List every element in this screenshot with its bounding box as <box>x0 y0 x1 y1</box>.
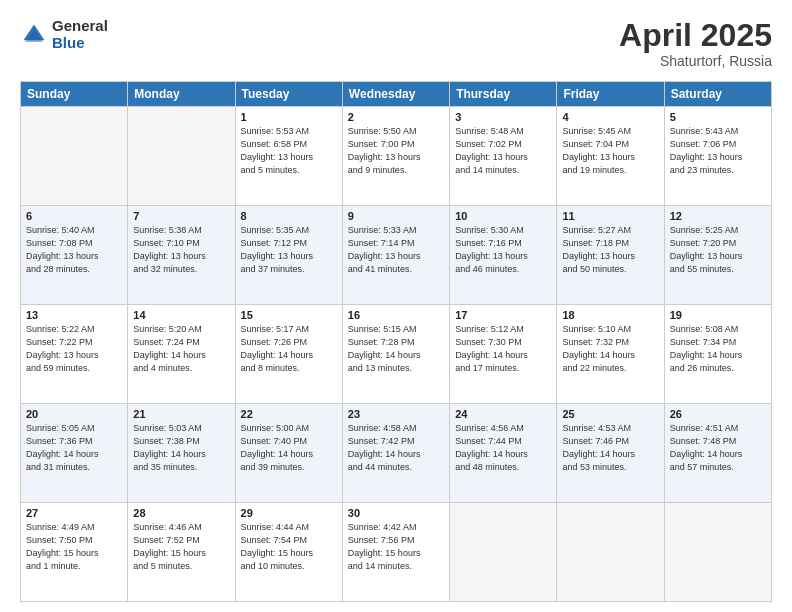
day-info: Sunrise: 4:53 AM Sunset: 7:46 PM Dayligh… <box>562 422 658 474</box>
day-info: Sunrise: 4:56 AM Sunset: 7:44 PM Dayligh… <box>455 422 551 474</box>
day-info: Sunrise: 4:44 AM Sunset: 7:54 PM Dayligh… <box>241 521 337 573</box>
calendar-cell: 4Sunrise: 5:45 AM Sunset: 7:04 PM Daylig… <box>557 107 664 206</box>
calendar-cell <box>450 503 557 602</box>
day-number: 2 <box>348 111 444 123</box>
day-info: Sunrise: 4:51 AM Sunset: 7:48 PM Dayligh… <box>670 422 766 474</box>
day-info: Sunrise: 5:22 AM Sunset: 7:22 PM Dayligh… <box>26 323 122 375</box>
calendar-cell: 25Sunrise: 4:53 AM Sunset: 7:46 PM Dayli… <box>557 404 664 503</box>
day-info: Sunrise: 4:42 AM Sunset: 7:56 PM Dayligh… <box>348 521 444 573</box>
calendar-cell: 13Sunrise: 5:22 AM Sunset: 7:22 PM Dayli… <box>21 305 128 404</box>
day-number: 15 <box>241 309 337 321</box>
calendar-cell: 2Sunrise: 5:50 AM Sunset: 7:00 PM Daylig… <box>342 107 449 206</box>
calendar-cell <box>21 107 128 206</box>
day-number: 28 <box>133 507 229 519</box>
day-info: Sunrise: 5:05 AM Sunset: 7:36 PM Dayligh… <box>26 422 122 474</box>
day-number: 23 <box>348 408 444 420</box>
day-info: Sunrise: 5:38 AM Sunset: 7:10 PM Dayligh… <box>133 224 229 276</box>
logo-icon <box>20 21 48 49</box>
day-number: 11 <box>562 210 658 222</box>
day-info: Sunrise: 5:17 AM Sunset: 7:26 PM Dayligh… <box>241 323 337 375</box>
calendar-header-row: SundayMondayTuesdayWednesdayThursdayFrid… <box>21 82 772 107</box>
day-info: Sunrise: 5:08 AM Sunset: 7:34 PM Dayligh… <box>670 323 766 375</box>
day-info: Sunrise: 5:25 AM Sunset: 7:20 PM Dayligh… <box>670 224 766 276</box>
day-number: 19 <box>670 309 766 321</box>
calendar-week-4: 20Sunrise: 5:05 AM Sunset: 7:36 PM Dayli… <box>21 404 772 503</box>
calendar-cell: 23Sunrise: 4:58 AM Sunset: 7:42 PM Dayli… <box>342 404 449 503</box>
day-number: 22 <box>241 408 337 420</box>
day-info: Sunrise: 5:20 AM Sunset: 7:24 PM Dayligh… <box>133 323 229 375</box>
day-number: 5 <box>670 111 766 123</box>
calendar-header-sunday: Sunday <box>21 82 128 107</box>
calendar-week-5: 27Sunrise: 4:49 AM Sunset: 7:50 PM Dayli… <box>21 503 772 602</box>
title-area: April 2025 Shaturtorf, Russia <box>619 18 772 69</box>
calendar-cell: 26Sunrise: 4:51 AM Sunset: 7:48 PM Dayli… <box>664 404 771 503</box>
logo: General Blue <box>20 18 108 51</box>
day-number: 24 <box>455 408 551 420</box>
day-info: Sunrise: 5:03 AM Sunset: 7:38 PM Dayligh… <box>133 422 229 474</box>
day-number: 29 <box>241 507 337 519</box>
calendar-week-2: 6Sunrise: 5:40 AM Sunset: 7:08 PM Daylig… <box>21 206 772 305</box>
calendar-cell: 18Sunrise: 5:10 AM Sunset: 7:32 PM Dayli… <box>557 305 664 404</box>
calendar-cell: 17Sunrise: 5:12 AM Sunset: 7:30 PM Dayli… <box>450 305 557 404</box>
calendar-cell: 29Sunrise: 4:44 AM Sunset: 7:54 PM Dayli… <box>235 503 342 602</box>
calendar-header-thursday: Thursday <box>450 82 557 107</box>
day-info: Sunrise: 5:53 AM Sunset: 6:58 PM Dayligh… <box>241 125 337 177</box>
day-info: Sunrise: 5:35 AM Sunset: 7:12 PM Dayligh… <box>241 224 337 276</box>
logo-blue-text: Blue <box>52 35 108 52</box>
day-info: Sunrise: 5:48 AM Sunset: 7:02 PM Dayligh… <box>455 125 551 177</box>
logo-text: General Blue <box>52 18 108 51</box>
day-number: 18 <box>562 309 658 321</box>
subtitle: Shaturtorf, Russia <box>619 53 772 69</box>
calendar-cell: 8Sunrise: 5:35 AM Sunset: 7:12 PM Daylig… <box>235 206 342 305</box>
page: General Blue April 2025 Shaturtorf, Russ… <box>0 0 792 612</box>
day-number: 17 <box>455 309 551 321</box>
calendar-cell: 28Sunrise: 4:46 AM Sunset: 7:52 PM Dayli… <box>128 503 235 602</box>
day-info: Sunrise: 4:49 AM Sunset: 7:50 PM Dayligh… <box>26 521 122 573</box>
day-info: Sunrise: 5:33 AM Sunset: 7:14 PM Dayligh… <box>348 224 444 276</box>
day-info: Sunrise: 5:40 AM Sunset: 7:08 PM Dayligh… <box>26 224 122 276</box>
calendar-cell: 1Sunrise: 5:53 AM Sunset: 6:58 PM Daylig… <box>235 107 342 206</box>
calendar-cell: 11Sunrise: 5:27 AM Sunset: 7:18 PM Dayli… <box>557 206 664 305</box>
day-info: Sunrise: 5:43 AM Sunset: 7:06 PM Dayligh… <box>670 125 766 177</box>
calendar-cell: 20Sunrise: 5:05 AM Sunset: 7:36 PM Dayli… <box>21 404 128 503</box>
calendar-week-3: 13Sunrise: 5:22 AM Sunset: 7:22 PM Dayli… <box>21 305 772 404</box>
day-info: Sunrise: 5:27 AM Sunset: 7:18 PM Dayligh… <box>562 224 658 276</box>
day-number: 9 <box>348 210 444 222</box>
calendar-cell: 5Sunrise: 5:43 AM Sunset: 7:06 PM Daylig… <box>664 107 771 206</box>
day-number: 16 <box>348 309 444 321</box>
calendar-cell: 7Sunrise: 5:38 AM Sunset: 7:10 PM Daylig… <box>128 206 235 305</box>
calendar-week-1: 1Sunrise: 5:53 AM Sunset: 6:58 PM Daylig… <box>21 107 772 206</box>
day-number: 8 <box>241 210 337 222</box>
day-number: 7 <box>133 210 229 222</box>
calendar-cell: 21Sunrise: 5:03 AM Sunset: 7:38 PM Dayli… <box>128 404 235 503</box>
logo-general-text: General <box>52 18 108 35</box>
calendar-cell <box>664 503 771 602</box>
calendar-header-friday: Friday <box>557 82 664 107</box>
calendar-cell: 27Sunrise: 4:49 AM Sunset: 7:50 PM Dayli… <box>21 503 128 602</box>
day-info: Sunrise: 4:58 AM Sunset: 7:42 PM Dayligh… <box>348 422 444 474</box>
calendar-header-wednesday: Wednesday <box>342 82 449 107</box>
day-info: Sunrise: 5:15 AM Sunset: 7:28 PM Dayligh… <box>348 323 444 375</box>
day-number: 12 <box>670 210 766 222</box>
calendar-cell: 30Sunrise: 4:42 AM Sunset: 7:56 PM Dayli… <box>342 503 449 602</box>
day-number: 27 <box>26 507 122 519</box>
calendar-cell <box>128 107 235 206</box>
day-number: 4 <box>562 111 658 123</box>
day-number: 20 <box>26 408 122 420</box>
calendar-cell: 9Sunrise: 5:33 AM Sunset: 7:14 PM Daylig… <box>342 206 449 305</box>
calendar-cell: 19Sunrise: 5:08 AM Sunset: 7:34 PM Dayli… <box>664 305 771 404</box>
calendar-header-monday: Monday <box>128 82 235 107</box>
calendar-cell: 12Sunrise: 5:25 AM Sunset: 7:20 PM Dayli… <box>664 206 771 305</box>
day-info: Sunrise: 5:50 AM Sunset: 7:00 PM Dayligh… <box>348 125 444 177</box>
calendar-cell: 3Sunrise: 5:48 AM Sunset: 7:02 PM Daylig… <box>450 107 557 206</box>
day-number: 14 <box>133 309 229 321</box>
calendar-cell: 24Sunrise: 4:56 AM Sunset: 7:44 PM Dayli… <box>450 404 557 503</box>
day-number: 30 <box>348 507 444 519</box>
main-title: April 2025 <box>619 18 772 53</box>
calendar-header-tuesday: Tuesday <box>235 82 342 107</box>
day-number: 6 <box>26 210 122 222</box>
header: General Blue April 2025 Shaturtorf, Russ… <box>20 18 772 69</box>
day-info: Sunrise: 5:30 AM Sunset: 7:16 PM Dayligh… <box>455 224 551 276</box>
calendar-cell: 15Sunrise: 5:17 AM Sunset: 7:26 PM Dayli… <box>235 305 342 404</box>
day-number: 26 <box>670 408 766 420</box>
